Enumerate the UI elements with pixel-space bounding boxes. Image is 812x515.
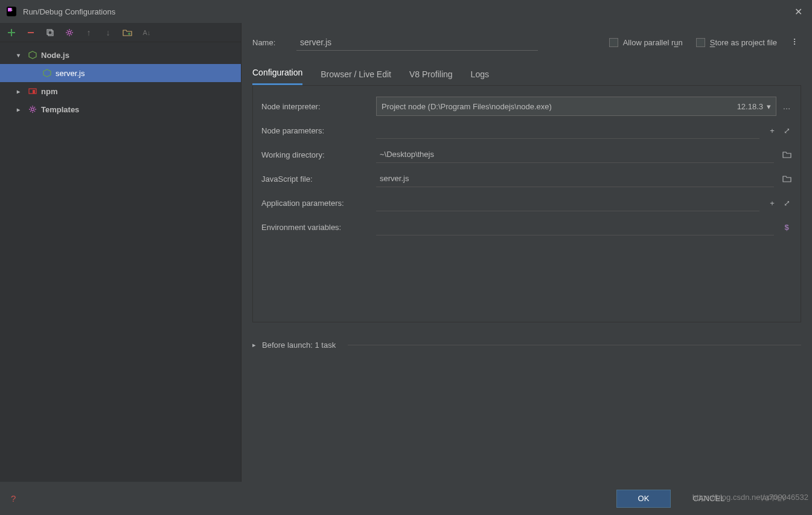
add-config-button[interactable] <box>6 27 17 38</box>
nodejs-icon <box>27 51 39 59</box>
expand-icon[interactable]: ⤢ <box>781 199 792 208</box>
expand-icon[interactable]: ⤢ <box>781 126 792 135</box>
store-project-file-checkbox[interactable]: Store as project file <box>696 38 777 47</box>
move-up-button[interactable]: ↑ <box>83 27 94 38</box>
browse-interpreter-button[interactable]: … <box>781 102 792 111</box>
name-label: Name: <box>252 38 286 47</box>
chevron-right-icon: ▸ <box>17 106 27 113</box>
store-project-file-label: Store as project file <box>710 38 777 47</box>
help-icon[interactable]: ? <box>11 493 16 504</box>
tree-label: npm <box>39 87 241 96</box>
working-directory-row: Working directory: <box>261 142 792 167</box>
tab-v8-profiling[interactable]: V8 Profiling <box>409 69 453 85</box>
node-interpreter-value: Project node (D:\Program Files\nodejs\no… <box>382 102 552 111</box>
tree-label: Node.js <box>39 51 241 60</box>
browse-folder-icon[interactable] <box>781 175 792 182</box>
name-row: Name: Allow parallel run Store as projec… <box>252 29 801 56</box>
tabs: Configuration Browser / Live Edit V8 Pro… <box>252 62 801 86</box>
sidebar-toolbar: ↑ ↓ A↓ <box>0 23 241 42</box>
content-panel: Name: Allow parallel run Store as projec… <box>241 23 812 482</box>
svg-marker-6 <box>29 51 36 59</box>
node-parameters-row: Node parameters: + ⤢ <box>261 118 792 142</box>
add-macro-icon[interactable]: + <box>767 199 778 208</box>
tree-label: Templates <box>39 105 241 114</box>
configuration-panel: Node interpreter: Project node (D:\Progr… <box>252 86 801 322</box>
add-macro-icon[interactable]: + <box>767 126 778 135</box>
tab-logs[interactable]: Logs <box>471 69 489 85</box>
svg-rect-1 <box>8 8 11 11</box>
gear-icon <box>27 105 39 114</box>
working-directory-label: Working directory: <box>261 150 370 159</box>
divider <box>348 345 801 345</box>
chevron-down-icon: ▾ <box>17 52 27 59</box>
remove-config-button[interactable] <box>25 27 36 38</box>
checkbox-box <box>609 38 618 47</box>
app-icon: PS <box>6 6 17 17</box>
env-vars-dialog-icon[interactable]: $ <box>781 223 792 232</box>
chevron-right-icon: ▸ <box>17 88 27 95</box>
close-icon[interactable]: ✕ <box>794 6 802 18</box>
window-title: Run/Debug Configurations <box>23 7 115 16</box>
environment-variables-row: Environment variables: $ <box>261 215 792 239</box>
settings-button[interactable] <box>64 27 75 38</box>
environment-variables-label: Environment variables: <box>261 223 370 232</box>
javascript-file-input[interactable] <box>376 170 774 187</box>
application-parameters-input[interactable] <box>376 194 759 211</box>
copy-config-button[interactable] <box>45 27 56 38</box>
node-version-chip: 12.18.3 ▾ <box>737 102 771 111</box>
tree-label: server.js <box>53 69 241 78</box>
new-folder-button[interactable] <box>122 27 133 38</box>
tree-node-nodejs[interactable]: ▾ Node.js <box>0 46 241 64</box>
svg-text:PS: PS <box>8 8 13 11</box>
svg-rect-0 <box>7 7 16 16</box>
nodejs-icon <box>41 69 53 77</box>
npm-icon <box>27 87 39 95</box>
node-parameters-input[interactable] <box>376 122 759 139</box>
working-directory-input[interactable] <box>376 146 774 163</box>
node-interpreter-dropdown[interactable]: Project node (D:\Program Files\nodejs\no… <box>376 97 776 116</box>
svg-rect-9 <box>33 90 35 94</box>
svg-point-10 <box>31 108 34 110</box>
before-launch-label: Before launch: 1 task <box>262 341 336 350</box>
config-tree: ▾ Node.js server.js ▸ npm <box>0 42 241 118</box>
tree-node-templates[interactable]: ▸ Templates <box>0 100 241 118</box>
tab-configuration[interactable]: Configuration <box>252 68 302 85</box>
tree-node-serverjs[interactable]: server.js <box>0 64 241 82</box>
tree-node-npm[interactable]: ▸ npm <box>0 82 241 100</box>
node-interpreter-row: Node interpreter: Project node (D:\Progr… <box>261 94 792 118</box>
ok-button[interactable]: OK <box>616 490 671 508</box>
node-interpreter-label: Node interpreter: <box>261 102 370 111</box>
footer: ? OK CANCEL APPLY <box>0 482 812 515</box>
chevron-down-icon: ▾ <box>767 102 771 111</box>
config-name-input[interactable] <box>296 34 538 51</box>
node-parameters-label: Node parameters: <box>261 126 370 135</box>
application-parameters-row: Application parameters: + ⤢ <box>261 191 792 215</box>
allow-parallel-checkbox[interactable]: Allow parallel run <box>609 38 683 47</box>
environment-variables-input[interactable] <box>376 219 774 235</box>
javascript-file-label: JavaScript file: <box>261 174 370 184</box>
move-down-button[interactable]: ↓ <box>103 27 113 38</box>
watermark: https://blog.csdn.net/a709046532 <box>692 493 808 502</box>
tab-browser-live-edit[interactable]: Browser / Live Edit <box>321 69 391 85</box>
chevron-right-icon: ▸ <box>252 341 256 349</box>
titlebar: PS Run/Debug Configurations ✕ <box>0 0 812 23</box>
more-options-icon[interactable]: ⠇ <box>790 37 801 47</box>
svg-rect-3 <box>47 30 52 34</box>
sort-button[interactable]: A↓ <box>141 27 152 38</box>
svg-point-5 <box>68 31 71 33</box>
browse-folder-icon[interactable] <box>781 151 792 158</box>
svg-rect-4 <box>48 31 53 36</box>
svg-marker-7 <box>43 69 51 77</box>
allow-parallel-label: Allow parallel run <box>623 38 683 47</box>
before-launch-section[interactable]: ▸ Before launch: 1 task <box>252 341 801 350</box>
svg-rect-8 <box>29 89 36 94</box>
javascript-file-row: JavaScript file: <box>261 167 792 191</box>
application-parameters-label: Application parameters: <box>261 199 370 208</box>
checkbox-box <box>696 38 705 47</box>
sidebar: ↑ ↓ A↓ ▾ Node.js server.js <box>0 23 241 482</box>
